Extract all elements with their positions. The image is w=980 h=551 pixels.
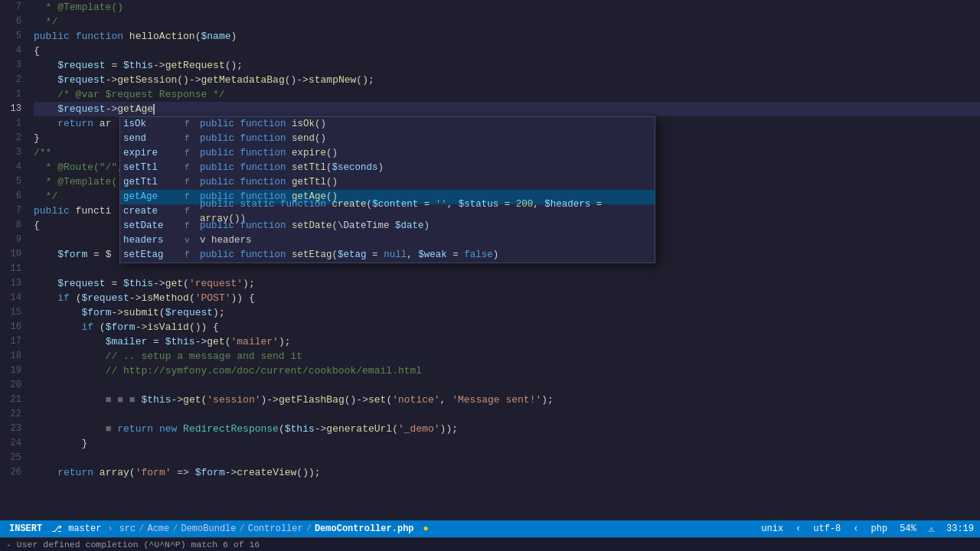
code-line: return array('form' => $form->createView… <box>34 465 980 480</box>
code-line <box>34 407 980 422</box>
ac-type-expire: f <box>185 146 200 161</box>
code-line: ■ return new RedirectResponse($this->gen… <box>34 422 980 436</box>
cursor-sep: ⚠ <box>929 523 934 535</box>
code-lines[interactable]: * @Template() */ public function helloAc… <box>28 0 980 520</box>
breadcrumb-sep: / <box>139 523 144 534</box>
line-num-8b: 8 <box>0 218 28 233</box>
code-line <box>34 451 980 465</box>
line-num-4b: 4 <box>0 160 28 174</box>
ac-item-expire[interactable]: expire f public function expire() <box>120 146 655 161</box>
code-line: if ($form->isValid()) { <box>34 320 980 334</box>
autocomplete-popup[interactable]: isOk f public function isOk() send f pub… <box>119 116 655 263</box>
breadcrumb-src: src <box>119 523 136 534</box>
code-line: { <box>34 44 980 58</box>
line-num-2: 2 <box>0 73 28 87</box>
ac-item-create[interactable]: create f public static function create($… <box>120 204 655 219</box>
charset-sep: ‹ <box>795 523 801 534</box>
line-num-16b: 16 <box>0 320 28 334</box>
ac-type-setdate: f <box>185 219 200 233</box>
breadcrumb-acme: Acme <box>147 523 169 534</box>
ac-item-send[interactable]: send f public function send() <box>120 132 655 146</box>
ac-item-setdate[interactable]: setDate f public function setDate(\DateT… <box>120 219 655 233</box>
code-line: $mailer = $this->get('mailer'); <box>34 334 980 349</box>
code-line: $form->submit($request); <box>34 305 980 320</box>
status-bar: INSERT ⎇ master › src / Acme / DemoBundl… <box>0 520 980 537</box>
code-line: } <box>34 436 980 451</box>
code-line <box>34 262 980 276</box>
line-num-4: 4 <box>0 44 28 58</box>
ac-item-isok[interactable]: isOk f public function isOk() <box>120 117 655 132</box>
line-num-23b: 23 <box>0 422 28 436</box>
line-num-13-active: 13 <box>0 102 28 116</box>
file-changed-indicator: ● <box>423 523 429 534</box>
code-line-active: $request->getAge <box>34 102 980 116</box>
cursor-position: 33:19 <box>946 523 974 534</box>
zoom: 54% <box>900 523 916 534</box>
lang-sep: ‹ <box>853 523 858 534</box>
charset: utf-8 <box>813 523 841 534</box>
ac-detail-expire: public function expire() <box>200 146 652 161</box>
info-bar: - User defined completion (^U^N^P) match… <box>0 537 980 551</box>
ac-type-setetag: f <box>185 248 200 262</box>
ac-type-create: f <box>185 204 200 219</box>
ac-type-isok: f <box>185 117 200 132</box>
line-num-6: 6 <box>0 15 28 29</box>
ac-key-getttl: getTtl <box>123 175 185 190</box>
line-num-7: 7 <box>0 0 28 15</box>
ac-detail-setttl: public function setTtl($seconds) <box>200 161 652 175</box>
line-num-21b: 21 <box>0 393 28 407</box>
git-branch: master <box>68 523 101 534</box>
ac-detail-setdate: public function setDate(\DateTime $date) <box>200 219 652 233</box>
ac-type-headers: v <box>185 233 200 248</box>
line-num-9b: 9 <box>0 233 28 247</box>
line-num-15b: 15 <box>0 305 28 320</box>
line-num-14b: 14 <box>0 291 28 305</box>
ac-detail-send: public function send() <box>200 132 652 146</box>
ac-key-send: send <box>123 132 185 146</box>
ac-key-setetag: setEtag <box>123 248 185 262</box>
code-line: * @Template() <box>34 0 980 15</box>
line-num-1b: 1 <box>0 116 28 131</box>
ac-item-getttl[interactable]: getTtl f public function getTtl() <box>120 175 655 190</box>
breadcrumb-sep2: / <box>172 523 178 534</box>
ac-detail-setetag: public function setEtag($etag = null, $w… <box>200 248 652 262</box>
ac-key-expire: expire <box>123 146 185 161</box>
breadcrumb-sep1: › <box>107 523 113 534</box>
line-num-20b: 20 <box>0 378 28 393</box>
ac-detail-headers: v headers <box>200 233 652 248</box>
ac-type-send: f <box>185 132 200 146</box>
code-container: 7 6 5 4 3 2 1 13 1 2 3 4 5 6 7 8 9 10 11… <box>0 0 980 520</box>
code-line: public function helloAction($name) <box>34 29 980 44</box>
line-num-26b: 26 <box>0 465 28 480</box>
line-num-5b: 5 <box>0 174 28 189</box>
line-numbers: 7 6 5 4 3 2 1 13 1 2 3 4 5 6 7 8 9 10 11… <box>0 0 28 520</box>
ac-item-setttl[interactable]: setTtl f public function setTtl($seconds… <box>120 161 655 175</box>
breadcrumb-sep4: / <box>306 523 312 534</box>
ac-detail-isok: public function isOk() <box>200 117 652 132</box>
line-num-18b: 18 <box>0 349 28 364</box>
code-line: $request = $this->get('request'); <box>34 276 980 291</box>
line-num-3b: 3 <box>0 145 28 160</box>
line-num-7b: 7 <box>0 204 28 218</box>
ac-key-isok: isOk <box>123 117 185 132</box>
breadcrumb-file: DemoController.php <box>315 523 414 534</box>
ac-item-setetag[interactable]: setEtag f public function setEtag($etag … <box>120 248 655 262</box>
line-num-25b: 25 <box>0 451 28 465</box>
code-line: if ($request->isMethod('POST')) { <box>34 291 980 305</box>
git-icon: ⎇ <box>51 523 62 535</box>
line-num-19b: 19 <box>0 364 28 378</box>
line-num-13b: 13 <box>0 276 28 291</box>
ac-key-headers: headers <box>123 233 185 248</box>
ac-type-setttl: f <box>185 161 200 175</box>
code-line: // http://symfony.com/doc/current/cookbo… <box>34 364 980 378</box>
breadcrumb-sep3: / <box>239 523 244 534</box>
line-num-1: 1 <box>0 87 28 102</box>
code-line: $request = $this->getRequest(); <box>34 58 980 73</box>
ac-type-getttl: f <box>185 175 200 190</box>
ac-key-setdate: setDate <box>123 219 185 233</box>
ac-item-headers[interactable]: headers v v headers <box>120 233 655 248</box>
line-num-22b: 22 <box>0 407 28 422</box>
line-num-11b: 11 <box>0 262 28 276</box>
ac-detail-getttl: public function getTtl() <box>200 175 652 190</box>
code-line: ■ ■ ■ $this->get('session')->getFlashBag… <box>34 393 980 407</box>
